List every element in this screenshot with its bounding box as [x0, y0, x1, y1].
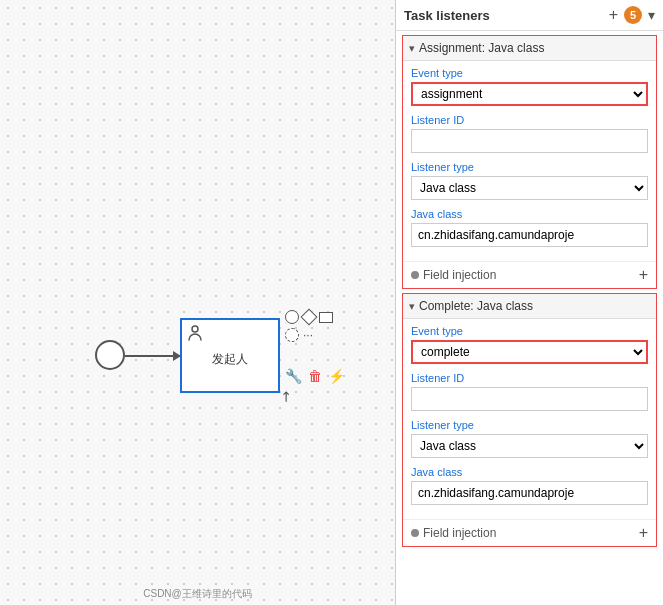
wrench-icon[interactable]: 🔧 — [285, 368, 302, 384]
complete-java-class-group: Java class — [411, 466, 648, 505]
assignment-collapse-icon: ▾ — [409, 42, 415, 55]
shape-diamond-icon[interactable] — [301, 309, 318, 326]
user-task-label: 发起人 — [212, 351, 248, 368]
dot-icon — [411, 271, 419, 279]
assignment-event-type-select[interactable]: assignment complete create delete update — [411, 82, 648, 106]
watermark: CSDN@王维诗里的代码 — [143, 587, 252, 601]
complete-java-class-input[interactable] — [411, 481, 648, 505]
complete-listener-id-label: Listener ID — [411, 372, 648, 384]
complete-listener-type-label: Listener type — [411, 419, 648, 431]
assignment-event-type-group: Event type assignment complete create de… — [411, 67, 648, 106]
assignment-listener-id-label: Listener ID — [411, 114, 648, 126]
listener-assignment-body: Event type assignment complete create de… — [403, 61, 656, 261]
assignment-field-injection-row: Field injection + — [403, 261, 656, 288]
action-icons: 🔧 🗑 ⚡ — [285, 368, 345, 384]
shape-rect-icon[interactable] — [319, 312, 333, 323]
assignment-java-class-input[interactable] — [411, 223, 648, 247]
assignment-listener-type-label: Listener type — [411, 161, 648, 173]
bolt-icon[interactable]: ⚡ — [328, 368, 345, 384]
start-event — [95, 340, 125, 370]
assignment-event-type-label: Event type — [411, 67, 648, 79]
listener-complete-header[interactable]: ▾ Complete: Java class — [403, 294, 656, 319]
listener-count-badge: 5 — [624, 6, 642, 24]
assignment-add-field-injection-button[interactable]: + — [639, 266, 648, 284]
listener-complete-body: Event type assignment complete create de… — [403, 319, 656, 519]
panel-header: Task listeners + 5 ▾ — [396, 0, 663, 31]
assignment-listener-id-input[interactable] — [411, 129, 648, 153]
assignment-java-class-group: Java class — [411, 208, 648, 247]
right-panel: Task listeners + 5 ▾ ▾ Assignment: Java … — [395, 0, 663, 605]
complete-listener-id-group: Listener ID — [411, 372, 648, 411]
arrow-icon: ↗ — [280, 388, 292, 404]
sequence-flow — [125, 355, 180, 357]
user-task[interactable]: 发起人 — [180, 318, 280, 393]
complete-add-field-injection-button[interactable]: + — [639, 524, 648, 542]
assignment-section-title: Assignment: Java class — [419, 41, 544, 55]
complete-event-type-label: Event type — [411, 325, 648, 337]
complete-collapse-icon: ▾ — [409, 300, 415, 313]
panel-header-actions: + 5 ▾ — [609, 6, 655, 24]
diagram-canvas[interactable]: 发起人 ··· 🔧 🗑 ⚡ ↗ CSDN@王维诗里的代码 — [0, 0, 395, 605]
assignment-listener-type-group: Listener type Java class Expression Dele… — [411, 161, 648, 200]
shape-circle-icon[interactable] — [285, 310, 299, 324]
complete-field-injection-label: Field injection — [411, 526, 496, 540]
svg-point-0 — [192, 326, 198, 332]
complete-section-title: Complete: Java class — [419, 299, 533, 313]
trash-icon[interactable]: 🗑 — [308, 368, 322, 384]
listener-assignment-header[interactable]: ▾ Assignment: Java class — [403, 36, 656, 61]
complete-event-type-select[interactable]: assignment complete create delete update — [411, 340, 648, 364]
shape-palette: ··· — [285, 310, 333, 342]
assignment-field-injection-label: Field injection — [411, 268, 496, 282]
panel-title: Task listeners — [404, 8, 490, 23]
assignment-listener-type-select[interactable]: Java class Expression Delegate expressio… — [411, 176, 648, 200]
shape-circle2-icon[interactable] — [285, 328, 299, 342]
complete-field-injection-row: Field injection + — [403, 519, 656, 546]
complete-listener-id-input[interactable] — [411, 387, 648, 411]
collapse-panel-button[interactable]: ▾ — [648, 7, 655, 23]
complete-event-type-group: Event type assignment complete create de… — [411, 325, 648, 364]
complete-listener-type-group: Listener type Java class Expression Dele… — [411, 419, 648, 458]
dots-icon: ··· — [303, 328, 313, 342]
user-task-icon — [186, 324, 204, 342]
dot-icon2 — [411, 529, 419, 537]
listener-complete-section: ▾ Complete: Java class Event type assign… — [402, 293, 657, 547]
assignment-listener-id-group: Listener ID — [411, 114, 648, 153]
add-listener-button[interactable]: + — [609, 6, 618, 24]
listener-assignment-section: ▾ Assignment: Java class Event type assi… — [402, 35, 657, 289]
complete-listener-type-select[interactable]: Java class Expression Delegate expressio… — [411, 434, 648, 458]
assignment-java-class-label: Java class — [411, 208, 648, 220]
complete-java-class-label: Java class — [411, 466, 648, 478]
